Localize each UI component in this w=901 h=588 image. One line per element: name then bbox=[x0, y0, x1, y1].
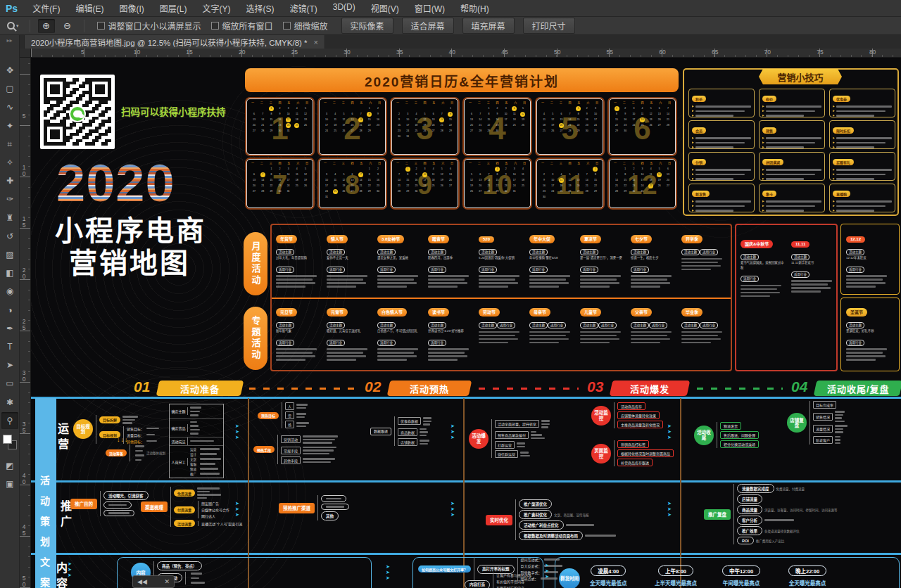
menu-图层(L)[interactable]: 图层(L) bbox=[152, 0, 195, 16]
mindmap-node: 付费流量 bbox=[174, 506, 195, 513]
menu-窗口(W)[interactable]: 窗口(W) bbox=[407, 0, 453, 16]
ruler-number: 30 bbox=[344, 49, 350, 56]
date: 2 bbox=[586, 107, 588, 110]
option-checkbox[interactable]: 调整窗口大小以满屏显示 bbox=[97, 20, 201, 32]
date-cell: 31 bbox=[591, 128, 600, 134]
mindmap-children: 热销商品打标签根据转化情况及时调整页面商品补货商品库存跟进 bbox=[614, 440, 674, 466]
marquee-tool[interactable]: ▢ bbox=[1, 80, 18, 97]
skeleton-col bbox=[191, 577, 199, 580]
date: 10 bbox=[325, 118, 328, 121]
weekday-header: 一二三四五六日 bbox=[250, 161, 310, 166]
date: 20 bbox=[432, 124, 435, 127]
date-grid: 1234567891011121314151617181920212223242… bbox=[540, 106, 600, 134]
floating-controls[interactable]: ◀◀ ✕ bbox=[132, 575, 175, 588]
skeleton-line bbox=[276, 279, 313, 281]
menu-3D(D)[interactable]: 3D(D) bbox=[325, 0, 363, 16]
crop-tool[interactable]: ⌗ bbox=[1, 136, 18, 153]
date-cell: 26 bbox=[647, 122, 655, 128]
weekday: 六 bbox=[441, 161, 444, 165]
mindmap-branch: 微信群运营 bbox=[495, 450, 550, 458]
path-select-tool[interactable]: ➤ bbox=[1, 357, 18, 373]
date-cell: 7 bbox=[438, 111, 446, 117]
menu-文字(Y)[interactable]: 文字(Y) bbox=[194, 0, 238, 16]
date: 30 bbox=[279, 129, 282, 132]
menu-滤镜(T)[interactable]: 滤镜(T) bbox=[282, 0, 325, 16]
mindmap-branch: 预售商品尾款催付 bbox=[495, 430, 550, 440]
theme-label: 活动主题 bbox=[846, 249, 864, 255]
rewind-icon[interactable]: ◀◀ bbox=[137, 578, 147, 585]
skeleton-col bbox=[541, 419, 550, 429]
type-tool[interactable]: T bbox=[1, 338, 18, 355]
eyedropper-tool[interactable]: ✧ bbox=[1, 154, 18, 171]
date: 11 bbox=[296, 113, 298, 115]
menu-编辑(E)[interactable]: 编辑(E) bbox=[68, 0, 111, 16]
option-checkbox[interactable]: 缩放所有窗口 bbox=[211, 20, 273, 32]
date: 16 bbox=[586, 118, 588, 121]
screen-mode-button[interactable]: ▣ bbox=[1, 475, 18, 492]
mindmap-branch: 商品流量浏览量、访客量、访问时间、停留时间、访问来源等 bbox=[737, 505, 838, 514]
option-checkbox[interactable]: 细微缩放 bbox=[283, 20, 328, 32]
eraser-tool[interactable]: ▨ bbox=[1, 246, 18, 263]
button-实际像素[interactable]: 实际像素 bbox=[341, 18, 393, 34]
zoom-tool[interactable]: ⚲ bbox=[1, 412, 18, 429]
close-icon[interactable]: ✕ bbox=[164, 578, 170, 585]
zoom-out-button[interactable]: ⊖ bbox=[59, 19, 76, 33]
blur-tool[interactable]: ◉ bbox=[1, 283, 18, 300]
date-cell: 5 bbox=[420, 111, 429, 117]
hand-tool[interactable]: ✱ bbox=[1, 394, 18, 411]
skeleton-line bbox=[108, 512, 130, 514]
date-cell: 11 bbox=[638, 111, 646, 117]
skeleton-line bbox=[146, 428, 159, 430]
date-cell: 23 bbox=[540, 188, 548, 194]
mindmap-branch: 网红达人 bbox=[201, 513, 229, 518]
skeleton-line bbox=[846, 359, 876, 361]
date-cell: 21 bbox=[357, 122, 365, 128]
date-cell: 11 bbox=[510, 111, 519, 117]
menu-视图(V)[interactable]: 视图(V) bbox=[363, 0, 407, 16]
gradient-tool[interactable]: ◧ bbox=[1, 264, 18, 281]
healing-brush-tool[interactable]: ✚ bbox=[1, 172, 18, 189]
quick-mask-button[interactable]: ◩ bbox=[1, 457, 18, 474]
panel-grip[interactable]: ▸▸ bbox=[0, 35, 19, 44]
button-填充屏幕[interactable]: 填充屏幕 bbox=[462, 18, 515, 34]
date: 17 bbox=[641, 179, 644, 181]
menu-帮助(H)[interactable]: 帮助(H) bbox=[453, 0, 497, 16]
event-column: 劳动节活动主题适用行业 bbox=[479, 304, 525, 345]
date-grid: 1234567891011121314151617181920212223242… bbox=[612, 106, 672, 134]
skeleton-line bbox=[190, 433, 199, 435]
clone-stamp-tool[interactable]: ♜ bbox=[1, 210, 18, 226]
pen-tool[interactable]: ✒ bbox=[1, 320, 18, 337]
menu-文件(F)[interactable]: 文件(F) bbox=[25, 0, 68, 16]
date: 28 bbox=[360, 129, 363, 132]
mindmap-branch: 活动全面放量，提升转化 bbox=[495, 419, 550, 429]
date: 3 bbox=[288, 107, 289, 110]
tab-close-icon[interactable]: × bbox=[314, 38, 318, 46]
skeleton-line bbox=[200, 448, 220, 450]
dodge-tool[interactable]: ◑ bbox=[1, 302, 18, 319]
menu-选择(S)[interactable]: 选择(S) bbox=[238, 0, 282, 16]
mindmap-node: 目标拆解 bbox=[99, 416, 120, 423]
date-grid: 1234567891011121314151617181920212223242… bbox=[322, 106, 382, 134]
button-适合屏幕[interactable]: 适合屏幕 bbox=[402, 18, 454, 34]
brush-tool[interactable]: ✑ bbox=[1, 191, 18, 207]
zoom-tool-preset[interactable]: ▾ bbox=[4, 22, 22, 30]
bullet-icon bbox=[762, 210, 764, 212]
menu-图像(I)[interactable]: 图像(I) bbox=[111, 0, 151, 16]
foreground-color-swatch[interactable] bbox=[3, 435, 12, 444]
skeleton-line bbox=[135, 450, 143, 452]
chevron-down-icon: ▾ bbox=[16, 23, 19, 29]
date-cell: 2 bbox=[621, 106, 629, 111]
date: 8 bbox=[595, 173, 596, 176]
history-brush-tool[interactable]: ↺ bbox=[1, 228, 18, 245]
lasso-tool[interactable]: ∿ bbox=[1, 98, 18, 115]
zoom-in-button[interactable]: ⊕ bbox=[38, 19, 55, 33]
document-tab[interactable]: 2020小程序电商营销地图.jpg @ 12.5% (扫码可以获得小程序扶持, … bbox=[24, 35, 325, 49]
button-打印尺寸[interactable]: 打印尺寸 bbox=[523, 18, 575, 34]
weekday: 日 bbox=[596, 161, 598, 165]
date: 12 bbox=[470, 179, 473, 181]
quick-select-tool[interactable]: ✦ bbox=[1, 117, 18, 134]
shape-tool[interactable]: ▭ bbox=[1, 375, 18, 392]
skeleton-line bbox=[836, 142, 886, 144]
move-tool[interactable]: ✥ bbox=[1, 62, 18, 79]
date: 11 bbox=[334, 179, 336, 181]
